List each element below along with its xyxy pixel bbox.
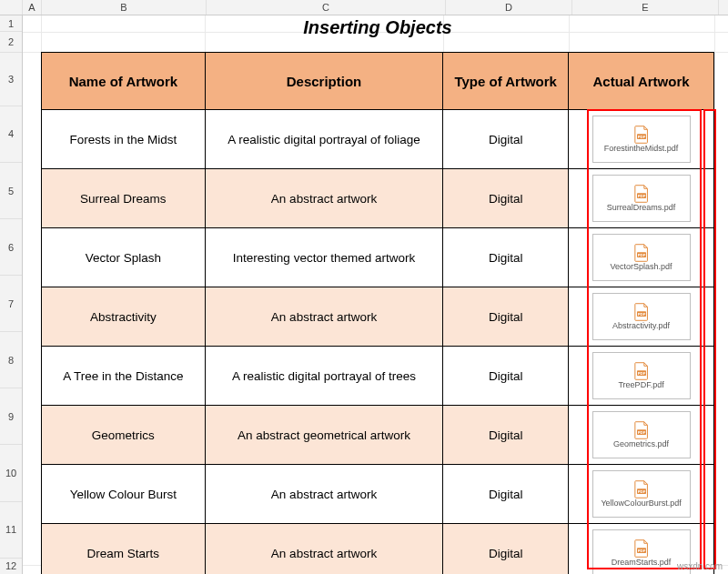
cell-artwork[interactable]: PDF VectorSplash.pdf xyxy=(569,228,714,287)
table-row: Forests in the MidstA realistic digital … xyxy=(42,110,714,169)
cell-name[interactable]: Vector Splash xyxy=(42,228,206,287)
pdf-icon: PDF xyxy=(633,185,650,203)
row-header-6[interactable]: 6 xyxy=(0,219,22,276)
row-header-12[interactable]: 12 xyxy=(0,559,22,574)
embedded-object[interactable]: PDF DreamStarts.pdf xyxy=(592,529,691,574)
svg-text:PDF: PDF xyxy=(637,312,645,317)
cell-desc[interactable]: An abstract artwork xyxy=(205,287,443,347)
pdf-icon: PDF xyxy=(633,480,650,498)
cell-artwork[interactable]: PDF TreePDF.pdf xyxy=(569,347,714,406)
cell-type[interactable]: Digital xyxy=(443,465,569,524)
row-header-1[interactable]: 1 xyxy=(0,15,22,32)
embedded-object-filename: SurrealDreams.pdf xyxy=(607,204,676,212)
col-header-D[interactable]: D xyxy=(446,0,572,15)
cell-name[interactable]: Surreal Dreams xyxy=(42,169,206,228)
table-header-row: Name of Artwork Description Type of Artw… xyxy=(42,53,714,110)
cell-name[interactable]: Abstractivity xyxy=(42,287,206,347)
watermark: wsxdn.com xyxy=(677,561,723,571)
embedded-object[interactable]: PDF VectorSplash.pdf xyxy=(592,234,691,281)
svg-text:PDF: PDF xyxy=(637,194,645,198)
row-header-8[interactable]: 8 xyxy=(0,332,22,388)
row-header-7[interactable]: 7 xyxy=(0,276,22,332)
spreadsheet-window: A B C D E 1 2 3 4 5 6 7 8 9 10 11 12 xyxy=(0,0,728,574)
embedded-object-filename: VectorSplash.pdf xyxy=(611,263,672,271)
row-header-2[interactable]: 2 xyxy=(0,32,22,52)
embedded-object-filename: Geometrics.pdf xyxy=(613,440,669,448)
row-header-5[interactable]: 5 xyxy=(0,163,22,219)
cell-desc[interactable]: An abstract artwork xyxy=(205,465,443,524)
cell-desc[interactable]: An abstract artwork xyxy=(205,524,443,575)
cell-name[interactable]: Dream Starts xyxy=(42,524,206,575)
header-type[interactable]: Type of Artwork xyxy=(443,53,569,110)
cell-type[interactable]: Digital xyxy=(443,524,569,575)
cell-type[interactable]: Digital xyxy=(443,287,569,347)
selectall-corner[interactable] xyxy=(0,0,23,15)
svg-text:PDF: PDF xyxy=(637,135,645,139)
embedded-object[interactable]: PDF ForestintheMidst.pdf xyxy=(592,116,691,163)
header-desc[interactable]: Description xyxy=(205,53,443,110)
cell-desc[interactable]: An abstract geometrical artwork xyxy=(205,406,443,465)
svg-text:PDF: PDF xyxy=(637,430,645,435)
col-header-C[interactable]: C xyxy=(207,0,446,15)
pdf-icon: PDF xyxy=(633,244,650,262)
cell-type[interactable]: Digital xyxy=(443,228,569,287)
pdf-icon: PDF xyxy=(633,362,650,380)
svg-text:PDF: PDF xyxy=(637,489,645,494)
pdf-icon: PDF xyxy=(633,126,650,144)
pdf-icon: PDF xyxy=(633,303,650,321)
cell-type[interactable]: Digital xyxy=(443,169,569,228)
cell-type[interactable]: Digital xyxy=(443,347,569,406)
header-art[interactable]: Actual Artwork xyxy=(569,53,714,110)
row-header-column: 1 2 3 4 5 6 7 8 9 10 11 12 xyxy=(0,15,23,574)
embedded-object-filename: ForestintheMidst.pdf xyxy=(604,145,679,153)
row-header-11[interactable]: 11 xyxy=(0,502,22,559)
cell-artwork[interactable]: PDF SurrealDreams.pdf xyxy=(569,169,714,228)
cell-desc[interactable]: A realistic digital portrayal of trees xyxy=(205,347,443,406)
cell-name[interactable]: Forests in the Midst xyxy=(42,110,206,169)
cell-desc[interactable]: Interesting vector themed artwork xyxy=(205,228,443,287)
pdf-icon: PDF xyxy=(633,539,650,558)
cell-name[interactable]: Geometrics xyxy=(42,406,206,465)
col-header-B[interactable]: B xyxy=(42,0,207,15)
table-row: AbstractivityAn abstract artworkDigital … xyxy=(42,287,714,347)
embedded-object-filename: Abstractivity.pdf xyxy=(612,322,670,330)
cell-desc[interactable]: An abstract artwork xyxy=(205,169,443,228)
table-row: Yellow Colour BurstAn abstract artworkDi… xyxy=(42,465,714,524)
embedded-object[interactable]: PDF Geometrics.pdf xyxy=(592,411,691,458)
col-header-A[interactable]: A xyxy=(23,0,42,15)
embedded-object[interactable]: PDF Abstractivity.pdf xyxy=(592,293,691,340)
cell-artwork[interactable]: PDF ForestintheMidst.pdf xyxy=(569,110,714,169)
cell-name[interactable]: A Tree in the Distance xyxy=(42,347,206,406)
embedded-object-filename: DreamStarts.pdf xyxy=(612,559,672,567)
svg-text:PDF: PDF xyxy=(637,549,645,553)
cell-type[interactable]: Digital xyxy=(443,110,569,169)
svg-text:PDF: PDF xyxy=(637,253,645,257)
row-header-10[interactable]: 10 xyxy=(0,445,22,501)
table-row: GeometricsAn abstract geometrical artwor… xyxy=(42,406,714,465)
table-row: A Tree in the DistanceA realistic digita… xyxy=(42,347,714,406)
cell-artwork[interactable]: PDF Geometrics.pdf xyxy=(569,406,714,465)
table-row: Surreal DreamsAn abstract artworkDigital… xyxy=(42,169,714,228)
cell-artwork[interactable]: PDF YellowColourBurst.pdf xyxy=(569,465,714,524)
row-header-9[interactable]: 9 xyxy=(0,388,22,445)
embedded-object-filename: TreePDF.pdf xyxy=(618,381,663,389)
cell-name[interactable]: Yellow Colour Burst xyxy=(42,465,206,524)
cell-grid[interactable]: Inserting Objects Name of Artwork Descri… xyxy=(23,15,728,574)
embedded-object[interactable]: PDF TreePDF.pdf xyxy=(592,352,691,399)
cell-type[interactable]: Digital xyxy=(443,406,569,465)
embedded-object[interactable]: PDF YellowColourBurst.pdf xyxy=(592,470,691,518)
cell-artwork[interactable]: PDF Abstractivity.pdf xyxy=(569,287,714,347)
embedded-object-filename: YellowColourBurst.pdf xyxy=(601,499,681,508)
table-row: Vector SplashInteresting vector themed a… xyxy=(42,228,714,287)
col-header-E[interactable]: E xyxy=(572,0,719,15)
svg-text:PDF: PDF xyxy=(637,371,645,376)
row-header-4[interactable]: 4 xyxy=(0,106,22,163)
header-name[interactable]: Name of Artwork xyxy=(42,53,206,110)
row-header-3[interactable]: 3 xyxy=(0,53,22,106)
cell-desc[interactable]: A realistic digital portrayal of foliage xyxy=(205,110,443,169)
table-row: Dream StartsAn abstract artworkDigital P… xyxy=(42,524,714,575)
artwork-table: Name of Artwork Description Type of Artw… xyxy=(41,52,714,574)
page-title: Inserting Objects xyxy=(41,17,714,43)
column-header-row: A B C D E xyxy=(0,0,728,15)
embedded-object[interactable]: PDF SurrealDreams.pdf xyxy=(592,175,691,222)
